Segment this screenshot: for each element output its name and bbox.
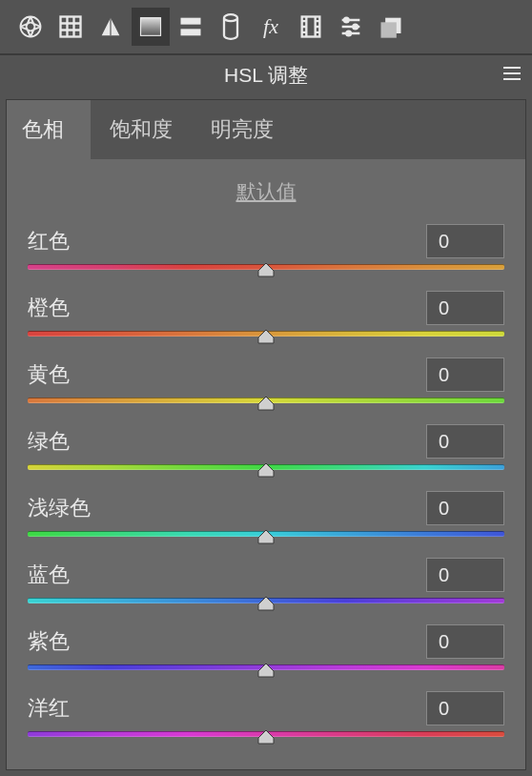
- aperture-icon[interactable]: [11, 8, 50, 46]
- svg-point-0: [21, 17, 41, 37]
- slider-label: 黄色: [28, 360, 70, 389]
- slider-label: 蓝色: [28, 561, 70, 589]
- svg-rect-1: [61, 17, 81, 37]
- panel-body: 色相 饱和度 明亮度 默认值 红色橙色黄色绿色浅绿色蓝色紫色洋红: [6, 99, 526, 770]
- tabs: 色相 饱和度 明亮度: [7, 100, 525, 159]
- slider-row: 黄色: [7, 357, 525, 419]
- slider-thumb[interactable]: [256, 528, 276, 545]
- slider-label: 绿色: [28, 427, 70, 456]
- toolbar: fx: [0, 0, 532, 55]
- slider-track[interactable]: [28, 664, 504, 685]
- slider-track[interactable]: [28, 398, 504, 419]
- slider-value-input[interactable]: [426, 491, 504, 525]
- grid-icon[interactable]: [51, 8, 90, 46]
- slider-track[interactable]: [28, 598, 504, 619]
- tab-saturation[interactable]: 饱和度: [91, 100, 192, 159]
- slider-row: 紫色: [7, 624, 525, 685]
- svg-point-6: [344, 18, 349, 23]
- svg-rect-10: [381, 22, 397, 37]
- film-icon[interactable]: [292, 8, 330, 46]
- panel-menu-icon[interactable]: [501, 65, 522, 87]
- slider-track[interactable]: [28, 464, 504, 485]
- slider-thumb[interactable]: [256, 461, 276, 479]
- slider-row: 蓝色: [7, 558, 525, 619]
- panel-title-row: HSL 调整: [0, 55, 532, 95]
- slider-value-input[interactable]: [426, 357, 504, 392]
- slider-thumb[interactable]: [256, 662, 276, 679]
- split-icon[interactable]: [172, 8, 210, 46]
- sliders-icon[interactable]: [332, 8, 370, 46]
- slider-label: 洋红: [28, 694, 70, 723]
- svg-point-7: [353, 25, 358, 30]
- slider-track[interactable]: [28, 531, 504, 552]
- slider-value-input[interactable]: [426, 558, 504, 592]
- slider-value-input[interactable]: [426, 224, 504, 258]
- slider-value-input[interactable]: [426, 691, 504, 725]
- svg-rect-4: [181, 29, 201, 35]
- sliders-container: 红色橙色黄色绿色浅绿色蓝色紫色洋红: [7, 224, 525, 752]
- triangle-icon[interactable]: [92, 8, 130, 46]
- svg-rect-2: [141, 18, 161, 36]
- slider-row: 橙色: [7, 291, 525, 352]
- slider-label: 紫色: [28, 627, 70, 656]
- slider-value-input[interactable]: [426, 624, 504, 659]
- slider-thumb[interactable]: [256, 728, 276, 745]
- slider-label: 红色: [28, 227, 70, 255]
- slider-row: 浅绿色: [7, 491, 525, 552]
- gradient-icon[interactable]: [132, 8, 170, 46]
- slider-track[interactable]: [28, 331, 504, 352]
- slider-thumb[interactable]: [256, 261, 276, 278]
- slider-row: 绿色: [7, 424, 525, 485]
- stack-icon[interactable]: [372, 8, 410, 46]
- slider-thumb[interactable]: [256, 595, 276, 612]
- slider-label: 浅绿色: [28, 494, 91, 522]
- default-link[interactable]: 默认值: [7, 159, 525, 218]
- tab-luminance[interactable]: 明亮度: [192, 100, 293, 159]
- slider-track[interactable]: [28, 731, 504, 752]
- svg-point-8: [346, 31, 351, 36]
- fx-icon[interactable]: fx: [252, 8, 290, 46]
- tab-hue[interactable]: 色相: [7, 100, 91, 159]
- svg-rect-3: [181, 18, 201, 25]
- slider-label: 橙色: [28, 294, 70, 322]
- slider-row: 红色: [7, 224, 525, 285]
- panel-title: HSL 调整: [0, 62, 532, 89]
- cylinder-icon[interactable]: [212, 8, 250, 46]
- slider-value-input[interactable]: [426, 291, 504, 325]
- slider-thumb[interactable]: [256, 395, 276, 412]
- slider-track[interactable]: [28, 264, 504, 285]
- slider-value-input[interactable]: [426, 424, 504, 459]
- slider-thumb[interactable]: [256, 328, 276, 345]
- slider-row: 洋红: [7, 691, 525, 752]
